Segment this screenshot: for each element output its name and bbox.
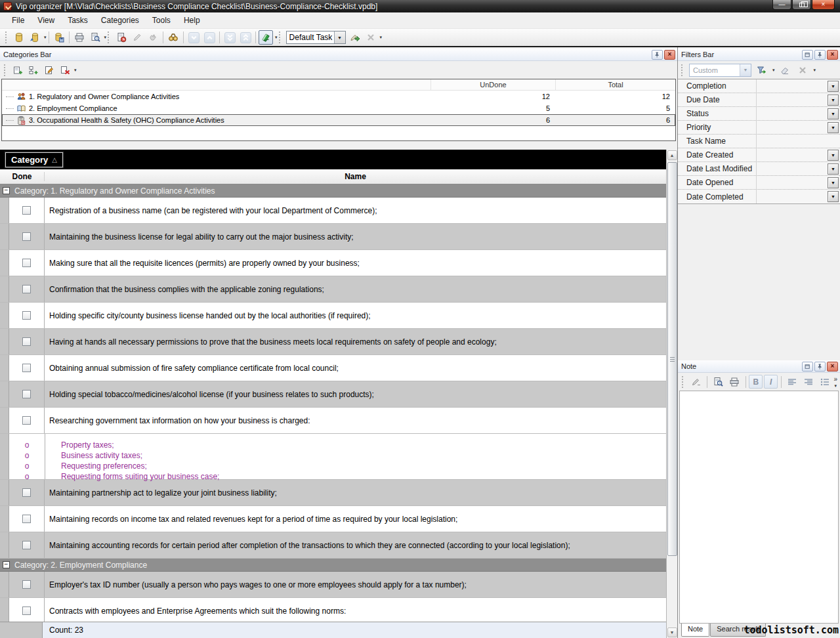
apply-template-button[interactable] — [348, 30, 362, 45]
task-row[interactable]: Making sure that all the requisite licen… — [0, 250, 666, 276]
move-top-button[interactable] — [238, 30, 253, 45]
edit-task-button[interactable] — [130, 30, 144, 45]
total-column-header[interactable]: Total — [555, 79, 675, 90]
done-column-header[interactable]: Done — [0, 172, 45, 181]
task-row[interactable]: Researching government tax information o… — [0, 408, 666, 434]
task-checkbox[interactable] — [22, 390, 31, 398]
filter-dropdown-button[interactable]: ▼ — [828, 95, 839, 106]
filter-value[interactable] — [757, 107, 828, 120]
new-task-button[interactable] — [114, 30, 129, 45]
filter-preset-combo[interactable]: Custom ▼ — [689, 64, 751, 77]
filter-dropdown-button[interactable]: ▼ — [828, 122, 839, 133]
subitem-row[interactable]: oProperty taxes; — [9, 440, 666, 450]
menu-file[interactable]: File — [5, 13, 31, 28]
menu-tools[interactable]: Tools — [146, 13, 177, 28]
notes-view-button[interactable] — [259, 30, 273, 45]
chevron-down-icon[interactable]: ▼ — [334, 32, 345, 43]
align-right-button[interactable] — [801, 375, 816, 389]
new-database-button[interactable] — [12, 30, 26, 45]
filter-value[interactable] — [757, 79, 828, 93]
chevron-down-icon[interactable]: ▼ — [740, 64, 751, 76]
task-row[interactable]: Holding special tobacco/medicines/alcoho… — [0, 381, 666, 408]
notes-view-dropdown-caret[interactable]: ▾ — [275, 35, 278, 40]
bold-button[interactable]: B — [749, 375, 763, 389]
task-checkbox[interactable] — [22, 580, 31, 589]
task-checkbox[interactable] — [22, 337, 31, 346]
delete-template-dropdown-caret[interactable]: ▾ — [380, 35, 383, 40]
filter-value[interactable] — [757, 148, 828, 161]
italic-button[interactable]: I — [764, 375, 778, 389]
subitem-row[interactable]: oRequesting forms suiting your business … — [9, 471, 666, 482]
filters-bar-close-button[interactable]: × — [827, 50, 838, 60]
new-subcategory-button[interactable] — [26, 63, 41, 77]
task-row[interactable]: Maintaining records on income tax and re… — [0, 506, 666, 532]
categories-bar-close-button[interactable]: × — [664, 50, 675, 60]
filter-dropdown-button[interactable]: ▼ — [828, 177, 839, 188]
align-left-button[interactable] — [785, 375, 800, 389]
subitem-row[interactable]: oRequesting preferences; — [9, 461, 666, 471]
category-group-header[interactable]: −Category: 2. Employment Compliance — [0, 559, 666, 572]
delete-template-button[interactable] — [364, 30, 378, 45]
filters-bar-pin-button[interactable] — [814, 50, 826, 60]
task-checkbox[interactable] — [22, 606, 31, 615]
filter-value[interactable] — [757, 93, 828, 106]
undone-column-header[interactable]: UnDone — [430, 79, 555, 90]
filter-value[interactable] — [757, 135, 840, 148]
apply-filter-dropdown-caret[interactable]: ▾ — [772, 68, 775, 73]
name-column-header[interactable]: Name — [45, 172, 666, 181]
find-button[interactable] — [166, 30, 180, 45]
task-checkbox[interactable] — [22, 515, 31, 523]
scrollbar-thumb[interactable] — [667, 162, 677, 556]
task-checkbox[interactable] — [22, 488, 31, 497]
scroll-up-button[interactable]: ▲ — [667, 150, 677, 160]
apply-filter-button[interactable] — [754, 63, 768, 77]
delete-filter-button[interactable] — [795, 63, 810, 77]
delete-category-button[interactable] — [58, 63, 72, 77]
edit-category-button[interactable] — [42, 63, 56, 77]
note-pin-button[interactable] — [814, 362, 826, 372]
filter-value[interactable] — [757, 190, 828, 203]
filters-bar-restore-button[interactable] — [802, 50, 813, 60]
scrollbar-track[interactable] — [667, 161, 677, 627]
task-checkbox[interactable] — [22, 259, 31, 267]
task-checkbox[interactable] — [22, 206, 31, 215]
move-bottom-button[interactable] — [222, 30, 237, 45]
filter-dropdown-button[interactable]: ▼ — [828, 163, 839, 175]
bullet-list-button[interactable] — [818, 375, 833, 389]
note-content[interactable] — [679, 391, 839, 624]
task-row[interactable]: Employer's tax ID number (usually a pers… — [0, 572, 666, 598]
task-row[interactable]: Confirmation that the business complies … — [0, 276, 666, 303]
note-close-button[interactable]: × — [827, 362, 838, 372]
task-row[interactable]: Maintaining accounting records for certa… — [0, 532, 666, 559]
task-checkbox[interactable] — [22, 364, 31, 372]
minimize-button[interactable]: — — [772, 0, 791, 10]
note-preview-button[interactable] — [711, 375, 726, 389]
vertical-scrollbar[interactable]: ▲ ▼ — [666, 150, 677, 638]
print-preview-dropdown-caret[interactable]: ▾ — [104, 35, 107, 40]
filter-value[interactable] — [757, 162, 828, 175]
task-row[interactable]: Contracts with employees and Enterprise … — [0, 598, 666, 622]
new-category-button[interactable] — [10, 63, 25, 77]
menu-view[interactable]: View — [31, 13, 61, 28]
scroll-down-button[interactable]: ▼ — [667, 627, 677, 637]
filter-value[interactable] — [757, 121, 828, 134]
note-restore-button[interactable] — [802, 362, 813, 372]
task-checkbox[interactable] — [22, 232, 31, 241]
delete-category-dropdown-caret[interactable]: ▾ — [74, 68, 77, 73]
filter-dropdown-button[interactable]: ▼ — [828, 191, 839, 202]
note-print-button[interactable] — [727, 375, 742, 389]
print-preview-button[interactable] — [88, 30, 102, 45]
collapse-group-button[interactable]: − — [3, 187, 10, 194]
assign-task-button[interactable] — [146, 30, 160, 45]
menu-tasks[interactable]: Tasks — [61, 13, 94, 28]
category-tree-item[interactable]: 2. Employment Compliance55 — [2, 102, 675, 114]
save-database-button[interactable] — [52, 30, 66, 45]
print-button[interactable] — [72, 30, 87, 45]
filter-dropdown-button[interactable]: ▼ — [828, 108, 839, 119]
task-row[interactable]: Registration of a business name (can be … — [0, 198, 666, 224]
restore-button[interactable] — [792, 0, 811, 10]
category-group-header[interactable]: −Category: 1. Regulatory and Owner Compl… — [0, 184, 666, 198]
task-row[interactable]: Obtaining annual submission of fire safe… — [0, 355, 666, 381]
category-tree-item[interactable]: 3. Occupational Health & Safety (OHC) Co… — [2, 114, 675, 126]
default-task-combo[interactable]: Default Task▼ — [286, 31, 346, 44]
